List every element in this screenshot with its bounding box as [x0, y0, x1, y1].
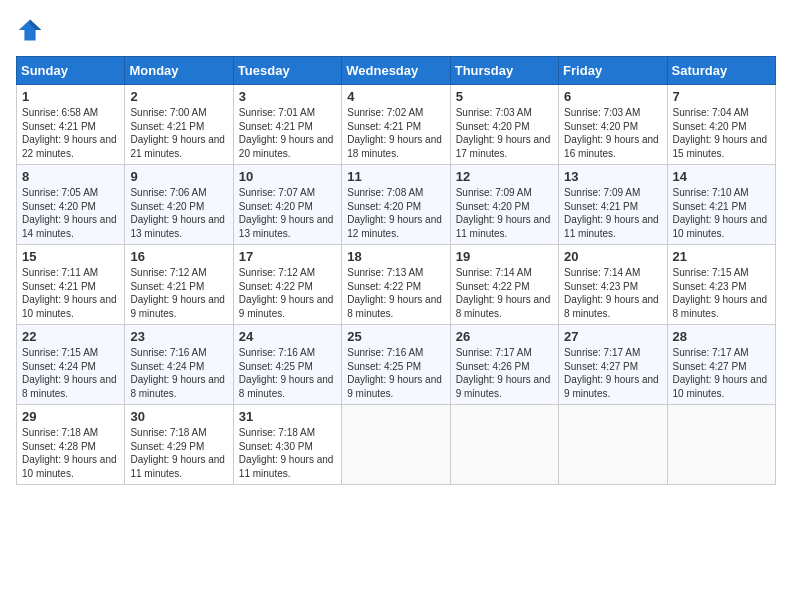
- calendar-cell: 22Sunrise: 7:15 AMSunset: 4:24 PMDayligh…: [17, 325, 125, 405]
- day-number: 19: [456, 249, 553, 264]
- day-number: 10: [239, 169, 336, 184]
- day-number: 2: [130, 89, 227, 104]
- calendar-cell: 11Sunrise: 7:08 AMSunset: 4:20 PMDayligh…: [342, 165, 450, 245]
- calendar-header-tuesday: Tuesday: [233, 57, 341, 85]
- cell-content: Sunrise: 7:12 AMSunset: 4:21 PMDaylight:…: [130, 266, 227, 320]
- day-number: 23: [130, 329, 227, 344]
- day-number: 14: [673, 169, 770, 184]
- logo-icon: [16, 16, 44, 44]
- day-number: 31: [239, 409, 336, 424]
- calendar-cell: 28Sunrise: 7:17 AMSunset: 4:27 PMDayligh…: [667, 325, 775, 405]
- cell-content: Sunrise: 7:15 AMSunset: 4:23 PMDaylight:…: [673, 266, 770, 320]
- calendar-cell: 25Sunrise: 7:16 AMSunset: 4:25 PMDayligh…: [342, 325, 450, 405]
- calendar-cell: 14Sunrise: 7:10 AMSunset: 4:21 PMDayligh…: [667, 165, 775, 245]
- cell-content: Sunrise: 7:14 AMSunset: 4:23 PMDaylight:…: [564, 266, 661, 320]
- calendar-cell: [559, 405, 667, 485]
- calendar-cell: 21Sunrise: 7:15 AMSunset: 4:23 PMDayligh…: [667, 245, 775, 325]
- day-number: 21: [673, 249, 770, 264]
- calendar-cell: 29Sunrise: 7:18 AMSunset: 4:28 PMDayligh…: [17, 405, 125, 485]
- calendar-week-3: 15Sunrise: 7:11 AMSunset: 4:21 PMDayligh…: [17, 245, 776, 325]
- calendar-cell: 10Sunrise: 7:07 AMSunset: 4:20 PMDayligh…: [233, 165, 341, 245]
- calendar-header-saturday: Saturday: [667, 57, 775, 85]
- page-header: [16, 16, 776, 44]
- calendar-cell: 18Sunrise: 7:13 AMSunset: 4:22 PMDayligh…: [342, 245, 450, 325]
- day-number: 28: [673, 329, 770, 344]
- cell-content: Sunrise: 7:03 AMSunset: 4:20 PMDaylight:…: [456, 106, 553, 160]
- calendar-header-wednesday: Wednesday: [342, 57, 450, 85]
- day-number: 1: [22, 89, 119, 104]
- calendar-week-1: 1Sunrise: 6:58 AMSunset: 4:21 PMDaylight…: [17, 85, 776, 165]
- calendar-week-2: 8Sunrise: 7:05 AMSunset: 4:20 PMDaylight…: [17, 165, 776, 245]
- day-number: 20: [564, 249, 661, 264]
- cell-content: Sunrise: 7:15 AMSunset: 4:24 PMDaylight:…: [22, 346, 119, 400]
- cell-content: Sunrise: 7:00 AMSunset: 4:21 PMDaylight:…: [130, 106, 227, 160]
- calendar-cell: 17Sunrise: 7:12 AMSunset: 4:22 PMDayligh…: [233, 245, 341, 325]
- calendar-cell: 3Sunrise: 7:01 AMSunset: 4:21 PMDaylight…: [233, 85, 341, 165]
- calendar-header-row: SundayMondayTuesdayWednesdayThursdayFrid…: [17, 57, 776, 85]
- calendar-header-sunday: Sunday: [17, 57, 125, 85]
- day-number: 12: [456, 169, 553, 184]
- day-number: 29: [22, 409, 119, 424]
- cell-content: Sunrise: 7:16 AMSunset: 4:25 PMDaylight:…: [239, 346, 336, 400]
- day-number: 6: [564, 89, 661, 104]
- cell-content: Sunrise: 7:17 AMSunset: 4:26 PMDaylight:…: [456, 346, 553, 400]
- cell-content: Sunrise: 7:14 AMSunset: 4:22 PMDaylight:…: [456, 266, 553, 320]
- cell-content: Sunrise: 7:18 AMSunset: 4:30 PMDaylight:…: [239, 426, 336, 480]
- cell-content: Sunrise: 7:16 AMSunset: 4:24 PMDaylight:…: [130, 346, 227, 400]
- cell-content: Sunrise: 7:10 AMSunset: 4:21 PMDaylight:…: [673, 186, 770, 240]
- calendar-header-thursday: Thursday: [450, 57, 558, 85]
- calendar-table: SundayMondayTuesdayWednesdayThursdayFrid…: [16, 56, 776, 485]
- day-number: 16: [130, 249, 227, 264]
- cell-content: Sunrise: 7:17 AMSunset: 4:27 PMDaylight:…: [564, 346, 661, 400]
- calendar-cell: 26Sunrise: 7:17 AMSunset: 4:26 PMDayligh…: [450, 325, 558, 405]
- cell-content: Sunrise: 7:04 AMSunset: 4:20 PMDaylight:…: [673, 106, 770, 160]
- calendar-cell: 4Sunrise: 7:02 AMSunset: 4:21 PMDaylight…: [342, 85, 450, 165]
- cell-content: Sunrise: 7:09 AMSunset: 4:21 PMDaylight:…: [564, 186, 661, 240]
- calendar-cell: 12Sunrise: 7:09 AMSunset: 4:20 PMDayligh…: [450, 165, 558, 245]
- calendar-cell: 13Sunrise: 7:09 AMSunset: 4:21 PMDayligh…: [559, 165, 667, 245]
- calendar-cell: 30Sunrise: 7:18 AMSunset: 4:29 PMDayligh…: [125, 405, 233, 485]
- cell-content: Sunrise: 7:18 AMSunset: 4:28 PMDaylight:…: [22, 426, 119, 480]
- calendar-week-4: 22Sunrise: 7:15 AMSunset: 4:24 PMDayligh…: [17, 325, 776, 405]
- day-number: 15: [22, 249, 119, 264]
- calendar-cell: 15Sunrise: 7:11 AMSunset: 4:21 PMDayligh…: [17, 245, 125, 325]
- cell-content: Sunrise: 7:18 AMSunset: 4:29 PMDaylight:…: [130, 426, 227, 480]
- calendar-cell: 31Sunrise: 7:18 AMSunset: 4:30 PMDayligh…: [233, 405, 341, 485]
- cell-content: Sunrise: 7:07 AMSunset: 4:20 PMDaylight:…: [239, 186, 336, 240]
- day-number: 9: [130, 169, 227, 184]
- calendar-cell: 5Sunrise: 7:03 AMSunset: 4:20 PMDaylight…: [450, 85, 558, 165]
- cell-content: Sunrise: 7:02 AMSunset: 4:21 PMDaylight:…: [347, 106, 444, 160]
- day-number: 3: [239, 89, 336, 104]
- cell-content: Sunrise: 7:06 AMSunset: 4:20 PMDaylight:…: [130, 186, 227, 240]
- calendar-header-friday: Friday: [559, 57, 667, 85]
- cell-content: Sunrise: 7:09 AMSunset: 4:20 PMDaylight:…: [456, 186, 553, 240]
- cell-content: Sunrise: 7:08 AMSunset: 4:20 PMDaylight:…: [347, 186, 444, 240]
- cell-content: Sunrise: 6:58 AMSunset: 4:21 PMDaylight:…: [22, 106, 119, 160]
- calendar-cell: 2Sunrise: 7:00 AMSunset: 4:21 PMDaylight…: [125, 85, 233, 165]
- day-number: 18: [347, 249, 444, 264]
- cell-content: Sunrise: 7:03 AMSunset: 4:20 PMDaylight:…: [564, 106, 661, 160]
- day-number: 17: [239, 249, 336, 264]
- day-number: 30: [130, 409, 227, 424]
- day-number: 8: [22, 169, 119, 184]
- cell-content: Sunrise: 7:17 AMSunset: 4:27 PMDaylight:…: [673, 346, 770, 400]
- day-number: 4: [347, 89, 444, 104]
- calendar-cell: 20Sunrise: 7:14 AMSunset: 4:23 PMDayligh…: [559, 245, 667, 325]
- calendar-week-5: 29Sunrise: 7:18 AMSunset: 4:28 PMDayligh…: [17, 405, 776, 485]
- calendar-cell: 16Sunrise: 7:12 AMSunset: 4:21 PMDayligh…: [125, 245, 233, 325]
- day-number: 27: [564, 329, 661, 344]
- calendar-cell: 9Sunrise: 7:06 AMSunset: 4:20 PMDaylight…: [125, 165, 233, 245]
- day-number: 7: [673, 89, 770, 104]
- day-number: 5: [456, 89, 553, 104]
- logo: [16, 16, 48, 44]
- day-number: 13: [564, 169, 661, 184]
- calendar-cell: 1Sunrise: 6:58 AMSunset: 4:21 PMDaylight…: [17, 85, 125, 165]
- day-number: 26: [456, 329, 553, 344]
- cell-content: Sunrise: 7:16 AMSunset: 4:25 PMDaylight:…: [347, 346, 444, 400]
- calendar-cell: 23Sunrise: 7:16 AMSunset: 4:24 PMDayligh…: [125, 325, 233, 405]
- calendar-cell: 27Sunrise: 7:17 AMSunset: 4:27 PMDayligh…: [559, 325, 667, 405]
- day-number: 24: [239, 329, 336, 344]
- cell-content: Sunrise: 7:05 AMSunset: 4:20 PMDaylight:…: [22, 186, 119, 240]
- calendar-cell: [342, 405, 450, 485]
- calendar-cell: [667, 405, 775, 485]
